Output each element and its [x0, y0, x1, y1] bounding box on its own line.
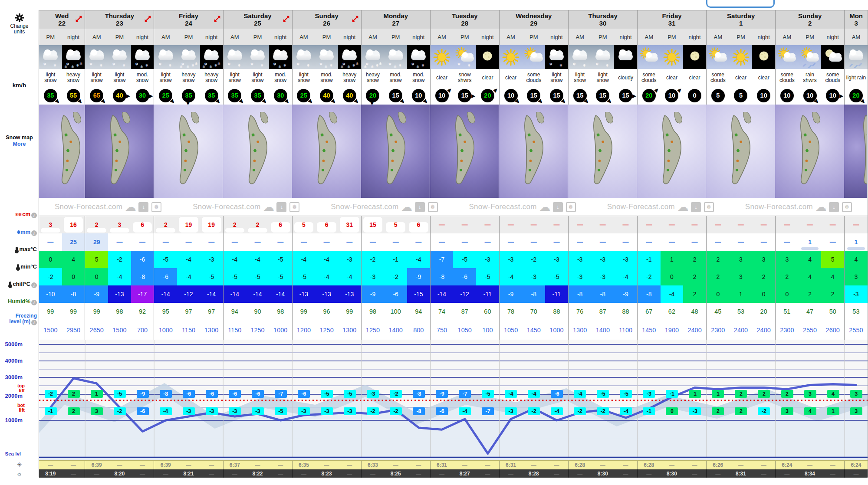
- expand-icon[interactable]: [214, 15, 221, 23]
- rain-mm-cell: —: [569, 233, 592, 251]
- sunset-cell: —: [500, 469, 523, 478]
- download-icon: ↓: [829, 202, 839, 212]
- top-lift-temp-cell: -9: [131, 390, 154, 398]
- freezing-level-cell: 1400: [384, 320, 407, 340]
- expand-icon[interactable]: [144, 15, 151, 23]
- period-header-row: PMnightAMPMnightAMPMnightAMPMnightAMPMni…: [39, 29, 868, 45]
- snow-map-cell[interactable]: [39, 105, 85, 198]
- snowflake-box-icon: ❅: [566, 202, 576, 212]
- chill-temp-cell: -4: [661, 285, 684, 303]
- moon-icon: [758, 50, 770, 62]
- wind-cell: 15▶: [614, 86, 638, 105]
- partial-top-button[interactable]: [706, 0, 775, 8]
- top-lift-temp-chip: 3: [850, 390, 862, 398]
- period-header: PM: [246, 29, 269, 45]
- top-lift-temp-chip: -5: [620, 390, 632, 398]
- period-header: PM: [522, 29, 545, 45]
- snow-map-cell[interactable]: [568, 105, 637, 198]
- change-units-button[interactable]: Changeunits: [0, 13, 39, 35]
- snow-map-cell[interactable]: [85, 105, 154, 198]
- info-icon[interactable]: i: [31, 282, 37, 288]
- freezing-level-cell: 1100: [614, 320, 638, 340]
- weather-icon-cell: ❄❄: [39, 45, 62, 69]
- sunrise-cell: 6:28: [638, 461, 661, 469]
- day-header-friday-24[interactable]: Friday24: [154, 10, 223, 29]
- snowflake-icon: ❄: [278, 65, 282, 69]
- freezing-level-cell: 1300: [200, 320, 224, 340]
- bot-lift-temp-cell: -7: [477, 407, 500, 415]
- sunset-cell: —: [752, 469, 776, 478]
- top-lift-temp-chip: -6: [298, 390, 310, 398]
- top-lift-temp-cell: -6: [246, 390, 269, 398]
- weather-icon-cell: [730, 45, 753, 69]
- max-temp-cell: -7: [431, 251, 454, 268]
- period-header: AM: [845, 29, 868, 45]
- day-header-sunday-26[interactable]: Sunday26: [293, 10, 362, 29]
- snow-map-cell[interactable]: [844, 105, 868, 198]
- humidity-cell: 78: [500, 303, 523, 320]
- bot-lift-temp-chip: -3: [321, 407, 333, 415]
- snow-map-more-link[interactable]: More: [0, 141, 39, 147]
- bot-lift-temp-cell: -3: [246, 407, 269, 415]
- snow-map-cell[interactable]: [361, 105, 430, 198]
- humidity-cell: 94: [407, 303, 431, 320]
- sunrise-cell: 6:31: [431, 461, 454, 469]
- max-temp-cell: 3: [752, 251, 776, 268]
- weather-desc: clear: [476, 69, 500, 86]
- wind-speed-badge: 20▶: [481, 89, 494, 102]
- weather-icon: [683, 45, 706, 69]
- sunrise-cell: 6:39: [85, 461, 108, 469]
- period-header: night: [269, 29, 293, 45]
- top-lift-temp-cell: 1: [85, 390, 108, 398]
- max-temp-cell: -3: [500, 251, 523, 268]
- day-header-sunday-2: Sunday2: [776, 10, 845, 29]
- min-temp-cell: -5: [269, 268, 293, 285]
- humidity-cell: 53: [730, 303, 753, 320]
- snow-map-cell[interactable]: [430, 105, 499, 198]
- chill-temp-cell: -12: [177, 285, 200, 303]
- download-icon: ↓: [691, 202, 701, 212]
- info-icon[interactable]: i: [31, 320, 37, 325]
- sunrise-cell: —: [407, 461, 431, 469]
- day-header-wed-22[interactable]: Wed22: [39, 10, 85, 29]
- expand-icon[interactable]: [283, 15, 290, 23]
- info-icon[interactable]: i: [31, 213, 37, 218]
- snow-map-cell[interactable]: [154, 105, 223, 198]
- nz-map-island: [233, 112, 282, 190]
- humidity-cell: 98: [108, 303, 131, 320]
- wind-speed-badge: 35▶: [205, 89, 218, 102]
- day-header-thursday-23[interactable]: Thursday23: [85, 10, 154, 29]
- snow-map-cell[interactable]: [775, 105, 844, 198]
- bot-lift-temp-chip: -7: [482, 407, 494, 415]
- snow-map-cell[interactable]: [223, 105, 292, 198]
- max-temp-row: 045-2-6-5-4-3-4-4-5-4-4-3-2-1-4-7-5-3-3-…: [39, 251, 868, 268]
- day-header-saturday-25[interactable]: Saturday25: [224, 10, 293, 29]
- info-icon[interactable]: i: [31, 300, 37, 305]
- top-lift-temp-chip: -6: [206, 390, 218, 398]
- weather-desc: light snow: [108, 69, 131, 86]
- weather-icon: ❄❄: [453, 45, 476, 69]
- expand-icon[interactable]: [75, 15, 82, 23]
- snow-cm-cell: —: [569, 216, 592, 233]
- wind-cell: 0: [683, 86, 707, 105]
- nz-map-island: [46, 112, 85, 190]
- min-temp-cell: 4: [821, 268, 845, 285]
- freezing-level-cell: 1300: [338, 320, 362, 340]
- snow-map-cell[interactable]: [292, 105, 361, 198]
- snow-map-cell[interactable]: [637, 105, 706, 198]
- snowflake-icon: ❄: [99, 64, 103, 68]
- rain-mm-cell: —: [661, 233, 684, 251]
- expand-icon[interactable]: [352, 15, 359, 23]
- info-icon[interactable]: i: [31, 230, 37, 236]
- snowflake-box-icon: ❅: [289, 202, 299, 212]
- freezing-level-cell: 1050: [453, 320, 476, 340]
- sunset-cell: —: [154, 469, 177, 478]
- freezing-level-cell: 2600: [821, 320, 845, 340]
- snow-map-cell[interactable]: [499, 105, 568, 198]
- snow-map-cell[interactable]: [706, 105, 775, 198]
- bot-lift-temp-chip: 4: [804, 407, 816, 415]
- bot-lift-temp-chip: -3: [344, 407, 356, 415]
- nz-map-island: [302, 112, 351, 190]
- chill-temp-cell: -6: [384, 285, 407, 303]
- wind-cell: 15▶: [384, 86, 407, 105]
